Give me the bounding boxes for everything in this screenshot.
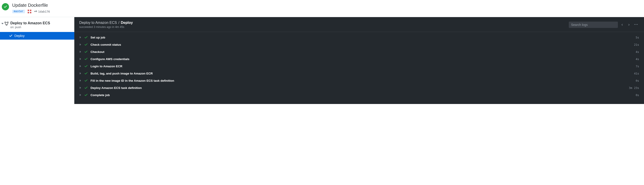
check-icon — [84, 93, 88, 97]
step-name: Configure AWS credentials — [90, 58, 636, 61]
step-name: Set up job — [90, 36, 636, 39]
step-name: Fill in the new image ID in the Amazon E… — [90, 79, 636, 82]
step-name: Check commit status — [90, 43, 634, 46]
svg-marker-0 — [1, 23, 4, 24]
svg-marker-8 — [80, 65, 81, 67]
step-row[interactable]: Build, tag, and push image to Amazon ECR… — [79, 70, 639, 77]
step-row[interactable]: Complete job0s — [79, 91, 639, 98]
breadcrumb: Deploy to Amazon ECS / Deploy — [79, 21, 133, 25]
svg-marker-11 — [80, 87, 81, 89]
check-icon — [84, 79, 88, 82]
commit-sha: 1dab176 — [38, 10, 50, 13]
step-name: Deploy Amazon ECS task definition — [90, 86, 629, 90]
svg-marker-6 — [80, 51, 81, 53]
caret-right-icon — [79, 79, 82, 82]
workflow-header[interactable]: Deploy to Amazon ECS on: push — [0, 21, 74, 29]
svg-marker-7 — [80, 58, 81, 60]
step-duration: 5s — [636, 36, 639, 39]
step-row[interactable]: Configure AWS credentials4s — [79, 55, 639, 62]
step-row[interactable]: Deploy Amazon ECS task definition3m 23s — [79, 84, 639, 91]
breadcrumb-sep: / — [118, 21, 120, 24]
workflow-sidebar: Deploy to Amazon ECS on: push Deploy — [0, 17, 74, 104]
svg-point-2 — [7, 22, 8, 23]
caret-right-icon — [79, 50, 82, 54]
step-duration: 4s — [636, 50, 639, 54]
step-duration: 4s — [636, 58, 639, 61]
check-icon — [84, 86, 88, 90]
step-name: Checkout — [90, 50, 636, 54]
svg-point-1 — [5, 22, 6, 23]
step-row[interactable]: Checkout4s — [79, 48, 639, 55]
breadcrumb-job: Deploy — [121, 21, 133, 24]
caret-down-icon[interactable] — [1, 22, 4, 26]
step-row[interactable]: Check commit status21s — [79, 41, 639, 48]
svg-marker-12 — [80, 94, 81, 96]
caret-right-icon — [79, 72, 82, 75]
search-prev-button[interactable] — [620, 22, 625, 27]
run-status-line: succeeded 3 minutes ago in 4m 45s — [79, 26, 133, 28]
step-duration: 0s — [636, 94, 639, 97]
step-name: Login to Amazon ECR — [90, 64, 636, 68]
run-status-success-icon — [2, 3, 9, 10]
step-duration: 21s — [634, 43, 639, 46]
check-icon — [84, 50, 88, 54]
check-icon — [84, 57, 88, 61]
search-next-button[interactable] — [626, 22, 632, 27]
commit-sha-link[interactable]: 1dab176 — [34, 10, 50, 13]
commit-title: Update Dockerfile — [12, 3, 50, 8]
workflow-icon — [4, 22, 8, 26]
step-row[interactable]: Fill in the new image ID in the Amazon E… — [79, 77, 639, 84]
step-name: Build, tag, and push image to Amazon ECR — [90, 72, 634, 75]
step-duration: 0s — [636, 79, 639, 82]
search-logs-input[interactable] — [569, 22, 618, 28]
caret-right-icon — [79, 64, 82, 68]
workflow-name: Deploy to Amazon ECS — [10, 21, 50, 25]
step-row[interactable]: Login to Amazon ECR7s — [79, 62, 639, 70]
branch-label[interactable]: master — [12, 10, 25, 13]
more-menu-button[interactable]: ··· — [633, 22, 639, 28]
svg-marker-9 — [80, 72, 81, 74]
workflow-trigger: on: push — [10, 26, 50, 29]
step-name: Complete job — [90, 94, 636, 97]
breadcrumb-workflow: Deploy to Amazon ECS — [79, 21, 117, 24]
log-panel: Deploy to Amazon ECS / Deploy succeeded … — [74, 17, 644, 104]
caret-right-icon — [79, 36, 82, 39]
sidebar-job-label: Deploy — [14, 34, 24, 38]
step-duration: 41s — [634, 72, 639, 75]
step-row[interactable]: Set up job5s — [79, 34, 639, 41]
svg-marker-10 — [80, 80, 81, 82]
check-icon — [84, 72, 88, 75]
check-icon — [9, 34, 12, 38]
caret-right-icon — [79, 43, 82, 46]
check-icon — [84, 36, 88, 39]
caret-right-icon — [79, 94, 82, 97]
step-duration: 3m 23s — [629, 86, 639, 90]
caret-right-icon — [79, 58, 82, 61]
svg-point-3 — [6, 24, 7, 26]
check-icon — [84, 43, 88, 46]
check-icon — [84, 64, 88, 68]
page-header: Update Dockerfile master 1dab176 — [0, 0, 644, 17]
steps-list: Set up job5sCheck commit status21sChecko… — [74, 32, 644, 98]
sidebar-job-selected[interactable]: Deploy — [0, 32, 74, 40]
svg-marker-5 — [80, 44, 81, 46]
caret-right-icon — [79, 86, 82, 90]
svg-marker-4 — [80, 36, 81, 38]
avatar[interactable] — [27, 9, 32, 14]
step-duration: 7s — [636, 64, 639, 68]
